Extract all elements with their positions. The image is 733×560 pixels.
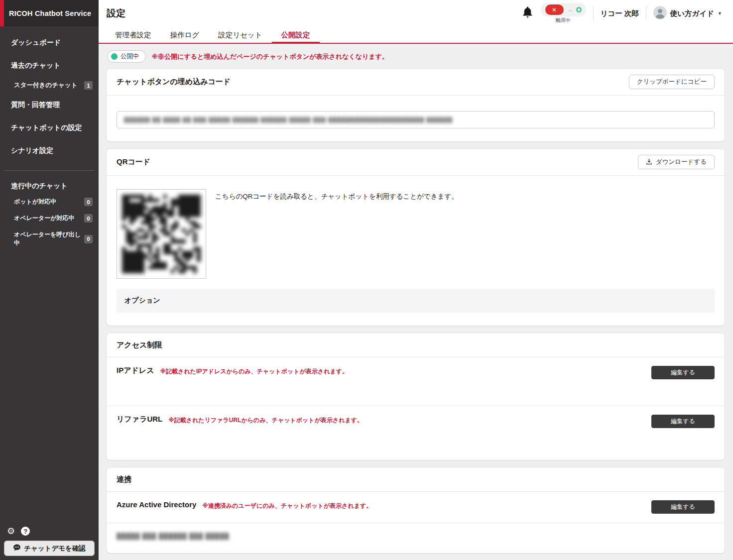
presence-available-icon [576, 7, 582, 12]
tab-operation-log[interactable]: 操作ログ [161, 27, 209, 43]
publish-status-badge: 公開中 [107, 50, 146, 63]
download-button-label: ダウンロードする [656, 158, 707, 166]
embed-code-title: チャットボタンの埋め込みコード [117, 77, 231, 87]
azure-ad-label: Azure Active Directory [117, 500, 196, 509]
ongoing-chats-title: 進行中のチャット [0, 171, 99, 194]
sidebar-item-past-chats[interactable]: 過去のチャット [0, 54, 99, 77]
azure-ad-redacted-text: █████ ███ ██████ ███ █████ [117, 533, 229, 540]
avatar [653, 6, 667, 21]
access-restriction-title: アクセス制限 [117, 340, 162, 350]
integration-title: 連携 [117, 475, 131, 484]
tab-settings-reset[interactable]: 設定リセット [209, 27, 271, 43]
top-header: 設定 ✕ → 離席中 リコー 次郎 使い方ガイド ▼ [99, 0, 733, 27]
presence-status-label: 離席中 [556, 17, 571, 24]
azure-ad-row: Azure Active Directory ※連携済みのユーザにのみ、チャット… [107, 492, 725, 514]
ip-address-row: IPアドレス ※記載されたIPアドレスからのみ、チャットボットが表示されます。 … [107, 357, 725, 379]
sidebar-item-operator-handling[interactable]: オペレーターが対応中 0 [0, 210, 99, 226]
sidebar-item-label: スター付きのチャット [14, 81, 77, 90]
help-icon[interactable]: ? [21, 527, 30, 536]
page-title: 設定 [107, 7, 125, 20]
sidebar-item-starred-chats[interactable]: スター付きのチャット 1 [0, 77, 99, 94]
operator-calling-count-badge: 0 [84, 235, 93, 243]
tab-publish-settings[interactable]: 公開設定 [272, 27, 320, 43]
integration-card: 連携 Azure Active Directory ※連携済みのユーザにのみ、チ… [106, 467, 725, 554]
publish-status-row: 公開中 ※非公開にすると埋め込んだページのチャットボタンが表示されなくなります。 [107, 50, 725, 63]
referrer-url-edit-button[interactable]: 編集する [651, 415, 715, 428]
tab-admin-settings[interactable]: 管理者設定 [106, 27, 161, 43]
qr-code-card: QRコード ダウンロードする こちらのQRコードを読み取ると、チャットボットを利… [106, 148, 725, 326]
azure-ad-edit-button[interactable]: 編集する [651, 500, 715, 514]
referrer-url-row: リファラURL ※記載されたリファラURLからのみ、チャットボットが表示されます… [107, 406, 725, 428]
sidebar-item-qa-management[interactable]: 質問・回答管理 [0, 94, 99, 116]
chevron-down-icon: ▼ [718, 11, 722, 16]
access-restriction-card: アクセス制限 IPアドレス ※記載されたIPアドレスからのみ、チャットボットが表… [106, 333, 725, 460]
sidebar-item-operator-calling[interactable]: オペレーターを呼び出し中 0 [0, 226, 99, 251]
referrer-url-label: リファラURL [117, 415, 162, 424]
embed-code-card: チャットボタンの埋め込みコード クリップボードにコピー ██████ ██ ██… [106, 68, 725, 142]
settings-tabbar: 管理者設定 操作ログ 設定リセット 公開設定 [99, 27, 733, 44]
qr-code-image [117, 189, 206, 279]
sidebar-item-dashboard[interactable]: ダッシュボード [0, 31, 99, 54]
operator-handling-count-badge: 0 [84, 214, 93, 223]
app-brand-label: RICOH Chatbot Service [9, 9, 91, 17]
arrow-right-icon: → [567, 6, 573, 13]
azure-ad-value: █████ ███ ██████ ███ █████ [107, 523, 725, 553]
embed-code-redacted-text: ██████ ██ ████ ██ ███ █████ ██████ █████… [124, 117, 453, 123]
app-brand: RICOH Chatbot Service [0, 0, 99, 26]
qr-code-description: こちらのQRコードを読み取ると、チャットボットを利用することができます。 [215, 192, 458, 279]
presence-away-icon: ✕ [545, 4, 564, 15]
green-dot-icon [111, 53, 118, 60]
speech-bubble-icon [13, 544, 21, 553]
qr-code-pixels [122, 195, 201, 273]
main-area: 設定 ✕ → 離席中 リコー 次郎 使い方ガイド ▼ [99, 0, 733, 560]
chat-demo-button[interactable]: チャットデモを確認 [4, 541, 95, 556]
ongoing-row-label: ボットが対応中 [14, 198, 56, 206]
usage-guide-menu[interactable]: 使い方ガイド ▼ [653, 6, 722, 21]
notification-bell-icon[interactable] [521, 6, 534, 21]
publish-warning-text: ※非公開にすると埋め込んだページのチャットボタンが表示されなくなります。 [152, 52, 389, 61]
header-divider [593, 6, 594, 20]
embed-code-input[interactable]: ██████ ██ ████ ██ ███ █████ ██████ █████… [117, 111, 715, 128]
gear-icon[interactable]: ⚙ [7, 527, 15, 536]
azure-ad-note: ※連携済みのユーザにのみ、チャットボットが表示されます。 [202, 502, 372, 510]
ip-address-edit-button[interactable]: 編集する [651, 366, 715, 379]
sidebar-item-scenario-settings[interactable]: シナリオ設定 [0, 139, 99, 162]
header-divider [646, 6, 646, 20]
download-button[interactable]: ダウンロードする [638, 155, 715, 169]
usage-guide-label: 使い方ガイド [670, 9, 714, 18]
starred-count-badge: 1 [84, 81, 93, 90]
copy-to-clipboard-button[interactable]: クリップボードにコピー [629, 75, 715, 89]
ongoing-row-label: オペレーターが対応中 [14, 214, 74, 223]
user-name: リコー 次郎 [601, 9, 639, 18]
ongoing-row-label: オペレーターを呼び出し中 [14, 230, 84, 247]
qr-options-toggle[interactable]: オプション [117, 289, 715, 313]
qr-code-title: QRコード [117, 157, 150, 167]
content-area: 公開中 ※非公開にすると埋め込んだページのチャットボタンが表示されなくなります。… [99, 44, 733, 560]
sidebar-item-bot-handling[interactable]: ボットが対応中 0 [0, 194, 99, 210]
presence-toggle[interactable]: ✕ → 離席中 [541, 3, 586, 24]
bot-handling-count-badge: 0 [84, 198, 93, 206]
ip-address-label: IPアドレス [117, 366, 154, 375]
sidebar-item-chatbot-settings[interactable]: チャットボットの設定 [0, 116, 99, 139]
chat-demo-button-label: チャットデモを確認 [24, 544, 86, 553]
sidebar: RICOH Chatbot Service ダッシュボード 過去のチャット スタ… [0, 0, 99, 560]
ip-address-note: ※記載されたIPアドレスからのみ、チャットボットが表示されます。 [160, 367, 348, 376]
download-icon [646, 158, 652, 166]
sidebar-nav: ダッシュボード 過去のチャット スター付きのチャット 1 質問・回答管理 チャッ… [0, 26, 99, 251]
sidebar-footer: ⚙ ? チャットデモを確認 [0, 527, 99, 560]
referrer-url-note: ※記載されたリファラURLからのみ、チャットボットが表示されます。 [168, 416, 363, 425]
publish-status-label: 公開中 [121, 52, 139, 61]
